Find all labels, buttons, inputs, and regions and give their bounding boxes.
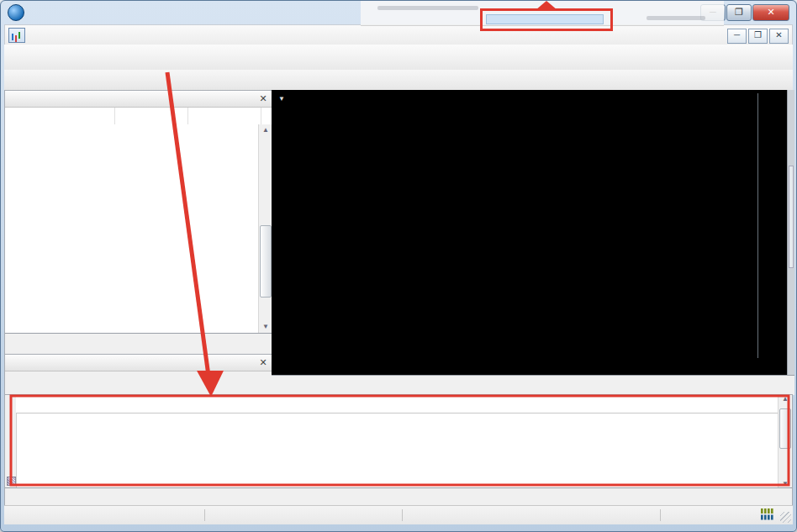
terminal-grip[interactable] xyxy=(5,395,17,489)
candlestick-chart[interactable] xyxy=(276,93,758,358)
market-watch-tabs xyxy=(5,333,272,355)
restore-button[interactable]: ❐ xyxy=(726,4,752,21)
mt4-application-window: { "colors": { "annotation_red": "#e0392e… xyxy=(0,0,797,532)
time-axis[interactable] xyxy=(276,361,757,375)
orders-table xyxy=(16,395,779,487)
resize-grip[interactable] xyxy=(780,512,791,523)
terminal-grip-icon xyxy=(7,477,16,486)
chart-window: ▼ xyxy=(272,90,794,394)
connection-status-icon xyxy=(761,508,774,523)
chart-restore-button[interactable]: ❐ xyxy=(748,29,768,44)
navigator-title-bar[interactable]: ✕ xyxy=(5,355,272,371)
price-axis[interactable] xyxy=(758,93,788,358)
column-symbol[interactable] xyxy=(5,108,115,124)
application-window: ─ ❐ ✕ ─ ❐ ✕ ✕ xyxy=(0,0,797,532)
menu-bar: ─ ❐ ✕ xyxy=(4,24,793,46)
status-profile[interactable] xyxy=(205,509,403,521)
ghost-highlighted-field xyxy=(486,14,604,24)
terminal-tabs xyxy=(5,487,792,506)
terminal-panel: ▲ ▼ xyxy=(4,394,793,506)
status-cell-empty2 xyxy=(661,509,761,521)
status-cell-empty xyxy=(403,509,661,521)
scroll-down-icon[interactable]: ▼ xyxy=(259,321,272,333)
chart-close-button[interactable]: ✕ xyxy=(769,29,789,44)
chart-vertical-scrollbar[interactable] xyxy=(787,90,794,375)
navigator-close-icon[interactable]: ✕ xyxy=(257,357,269,368)
column-bid[interactable] xyxy=(115,108,188,124)
standard-toolbar xyxy=(4,45,793,71)
chart-title: ▼ xyxy=(278,95,295,103)
market-watch-header xyxy=(5,108,272,125)
market-watch-title-bar[interactable]: ✕ xyxy=(5,91,272,108)
market-watch-close-icon[interactable]: ✕ xyxy=(257,93,269,104)
status-bar xyxy=(4,505,793,524)
column-ask[interactable] xyxy=(188,108,261,124)
app-logo-icon xyxy=(8,4,24,21)
scrollbar-thumb[interactable] xyxy=(779,408,791,449)
chart-tabs-bar xyxy=(272,375,794,395)
market-watch-scrollbar[interactable]: ▲ ▼ xyxy=(258,124,272,333)
chart-dropdown-icon[interactable]: ▼ xyxy=(278,95,285,103)
navigator-tabs xyxy=(5,371,272,394)
status-help-text xyxy=(4,509,205,521)
close-button[interactable]: ✕ xyxy=(752,4,789,21)
line-studies-toolbar xyxy=(4,70,793,91)
scroll-up-icon[interactable]: ▲ xyxy=(779,395,792,403)
scrollbar-thumb[interactable] xyxy=(260,225,272,298)
navigator-panel: ✕ xyxy=(4,354,273,396)
scroll-down-icon[interactable]: ▼ xyxy=(779,480,792,487)
scroll-up-icon[interactable]: ▲ xyxy=(259,124,272,136)
market-watch-panel: ✕ ▲ ▼ xyxy=(4,90,273,356)
chart-minimize-button[interactable]: ─ xyxy=(727,29,747,44)
chart-menu-icon xyxy=(8,28,25,43)
terminal-scrollbar[interactable]: ▲ ▼ xyxy=(778,395,792,487)
